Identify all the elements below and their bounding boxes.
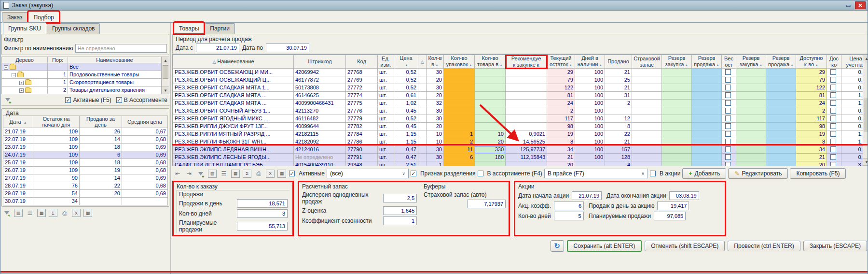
date-row[interactable]: 30.07.1934 xyxy=(3,198,168,205)
product-cell[interactable]: шт. xyxy=(378,154,394,161)
product-cell[interactable]: РЕЗ.ЖЕВ.ОРБИТ ЯГОДНЫЙ МИКС ... xyxy=(173,115,294,123)
product-cell[interactable] xyxy=(722,154,736,161)
product-cell[interactable]: РЕЗ.ЖЕВ.ОРБИТ ОСВЕЖАЮЩ.И МИ... xyxy=(173,69,294,76)
product-cell[interactable]: 100 xyxy=(575,76,605,84)
tab-batches[interactable]: Партии xyxy=(205,23,235,34)
tree-header-name[interactable]: Наименование xyxy=(68,57,162,63)
promo-coef-field[interactable]: 6 xyxy=(554,202,584,210)
date-cell[interactable] xyxy=(122,198,168,205)
product-cell[interactable]: 30 xyxy=(427,69,444,76)
product-cell[interactable]: 157 xyxy=(605,146,632,154)
date-cell[interactable]: 23.07.19 xyxy=(3,144,33,151)
scroll-up-icon[interactable]: ▲ xyxy=(162,57,169,64)
add-row-below-icon[interactable]: ⇥ xyxy=(185,170,193,178)
product-cell[interactable]: 1,02 xyxy=(394,100,418,107)
product-cell[interactable] xyxy=(418,92,427,100)
product-cell[interactable] xyxy=(475,69,506,76)
date-cell[interactable]: 18 xyxy=(80,159,122,167)
tab-order[interactable]: Заказ xyxy=(2,12,28,23)
product-cell[interactable]: 42069942 xyxy=(294,69,346,76)
product-cell[interactable] xyxy=(736,154,766,161)
print-icon[interactable]: ⎙ xyxy=(60,209,69,217)
product-cell[interactable]: 0,52 xyxy=(394,69,418,76)
tree-order-cell[interactable]: 1 xyxy=(48,79,68,87)
price-list-dropdown[interactable]: В прайсе (F7)∨ xyxy=(544,169,648,178)
date-col-avgprice[interactable]: Средняя цена xyxy=(122,116,168,128)
product-cell[interactable]: 27769 xyxy=(346,76,378,84)
date-row[interactable]: 26.07.19109190,68 xyxy=(3,167,168,174)
product-cell[interactable]: 27791 xyxy=(346,154,378,161)
product-cell[interactable] xyxy=(662,69,692,76)
products-scrollbar[interactable]: ▲ ▼ xyxy=(863,55,868,166)
product-cell[interactable]: шт. xyxy=(378,76,394,84)
product-cell[interactable] xyxy=(692,69,722,76)
product-cell[interactable]: САЛФЕТКИ ДЕТ.ВЛ.ПАМПЕРС БЭБ... xyxy=(173,161,294,167)
scroll-up-icon[interactable]: ▲ xyxy=(863,55,868,62)
row-checkbox[interactable] xyxy=(830,146,836,152)
tree-name-cell[interactable]: Товары длительного хранения xyxy=(68,87,162,94)
product-cell[interactable]: 0,45 xyxy=(394,123,418,130)
product-cell[interactable] xyxy=(722,130,736,138)
product-cell[interactable]: 117 xyxy=(796,115,827,123)
product-cell[interactable]: 4009900466431 xyxy=(294,100,346,107)
products-col-резерв-закупка[interactable]: Резервзакупка▲ xyxy=(662,55,692,69)
product-cell[interactable] xyxy=(506,92,547,100)
product-cell[interactable]: 20 xyxy=(796,161,827,167)
product-cell[interactable]: 12 xyxy=(605,115,632,123)
product-cell[interactable] xyxy=(827,92,841,100)
product-cell[interactable]: РЕЗ.ЖЕВ.РИГЛИ ДЖУСИ ФРУТ 13Г... xyxy=(173,123,294,130)
product-cell[interactable]: 42124016 xyxy=(294,146,346,154)
product-cell[interactable]: 125,97737 xyxy=(506,146,547,154)
product-cell[interactable]: 122 xyxy=(547,84,575,92)
product-cell[interactable]: 30 xyxy=(427,115,444,123)
product-cell[interactable] xyxy=(662,123,692,130)
product-row[interactable]: РЕЗ.ЖЕВ.РИГЛИ ДЖУСИ ФРУТ 13Г...400996442… xyxy=(173,123,868,130)
date-cell[interactable]: 30.07.19 xyxy=(3,198,33,205)
product-cell[interactable]: 30 xyxy=(427,154,444,161)
product-cell[interactable] xyxy=(444,123,475,130)
product-cell[interactable] xyxy=(827,100,841,107)
product-cell[interactable]: РЕЗ.ЖЕВ.ОРБИТ ОСВЕЖАЮЩИЙ Ц... xyxy=(173,76,294,84)
product-cell[interactable] xyxy=(632,100,662,107)
product-cell[interactable]: 21 xyxy=(605,84,632,92)
tree-header-order[interactable]: Пор: xyxy=(48,57,68,63)
tree-row[interactable]: +2Товары длительного хранения xyxy=(2,87,162,94)
product-cell[interactable] xyxy=(722,92,736,100)
product-cell[interactable] xyxy=(444,84,475,92)
product-cell[interactable] xyxy=(766,154,796,161)
product-cell[interactable] xyxy=(662,100,692,107)
date-cell[interactable]: 0,68 xyxy=(122,167,168,174)
product-cell[interactable] xyxy=(736,107,766,115)
product-cell[interactable] xyxy=(692,154,722,161)
product-cell[interactable]: 2,51 xyxy=(394,161,418,167)
date-cell[interactable]: 109 xyxy=(33,167,80,174)
product-cell[interactable] xyxy=(418,76,427,84)
product-cell[interactable] xyxy=(827,123,841,130)
products-col-кол-во-товарав[interactable]: Кол-вотовара в▲ xyxy=(475,55,506,69)
date-to-input[interactable]: 30.07.19 xyxy=(266,43,309,52)
product-cell[interactable]: 6 xyxy=(444,154,475,161)
products-col-рекомендуе-кзакупкек[interactable]: Рекомендуек закупке к xyxy=(506,55,547,69)
row-checkbox[interactable] xyxy=(725,108,731,114)
products-col-наименование[interactable]: △ Наименование xyxy=(173,55,294,69)
product-cell[interactable]: РЕЗ.ЖЕВ.ЭКЛИПС ЛЕСНЫЕ ЯГОДЫ... xyxy=(173,154,294,161)
product-cell[interactable] xyxy=(662,92,692,100)
product-cell[interactable]: 79 xyxy=(796,76,827,84)
tree-row[interactable]: −Все xyxy=(2,63,162,71)
row-checkbox[interactable] xyxy=(830,162,836,166)
products-col-доступно-к-во[interactable]: Доступнок-во▲ xyxy=(796,55,827,69)
products-col-продано[interactable]: Продано xyxy=(605,55,632,69)
product-cell[interactable] xyxy=(475,161,506,167)
tree-name-cell[interactable]: Скоропортящиеся товары xyxy=(68,79,162,87)
product-cell[interactable]: 1 xyxy=(444,130,475,138)
date-cell[interactable]: 0,68 xyxy=(122,182,168,190)
product-cell[interactable]: 180 xyxy=(475,154,506,161)
product-cell[interactable] xyxy=(418,146,427,154)
tab-selection[interactable]: Подбор xyxy=(28,11,59,23)
columns-icon[interactable]: ▥ xyxy=(208,170,217,178)
product-cell[interactable]: 2 xyxy=(605,100,632,107)
promo-start-field[interactable]: 21.07.19 xyxy=(572,191,602,200)
date-cell[interactable]: 18 xyxy=(80,144,122,151)
product-row[interactable]: РЕЗ.ЖЕВ.ОРБИТ ОСВЕЖАЮЩ.И МИ...4206994227… xyxy=(173,69,868,76)
product-cell[interactable]: 100 xyxy=(575,154,605,161)
